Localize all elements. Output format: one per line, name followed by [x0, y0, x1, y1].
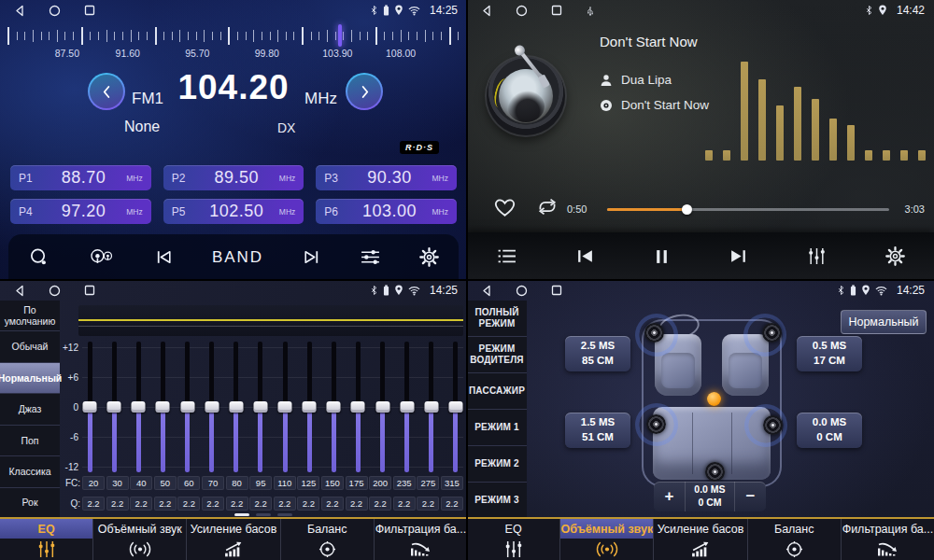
- eq-band-slider[interactable]: [253, 342, 268, 472]
- eq-preset-item[interactable]: Джаз: [0, 394, 60, 425]
- eq-band-slider[interactable]: [326, 342, 341, 472]
- audio-tab-0[interactable]: EQ: [467, 519, 560, 560]
- back-button-icon[interactable]: [14, 285, 25, 297]
- eq-slider-handle[interactable]: [400, 401, 414, 413]
- eq-band-slider[interactable]: [350, 342, 365, 472]
- radio-preset-button-p5[interactable]: P5102.50MHz: [163, 199, 304, 224]
- eq-slider-handle[interactable]: [327, 401, 341, 413]
- audio-tab-2[interactable]: Усиление басов: [654, 519, 747, 560]
- home-button-icon[interactable]: [516, 5, 528, 17]
- audio-tab-2[interactable]: Усиление басов: [187, 519, 280, 560]
- pause-icon[interactable]: [654, 248, 670, 265]
- radio-preset-button-p6[interactable]: P6103.00MHz: [316, 199, 457, 224]
- eq-band-slider[interactable]: [277, 342, 292, 472]
- audio-tab-1[interactable]: Объёмный звук: [560, 519, 654, 560]
- eq-slider-handle[interactable]: [107, 401, 121, 413]
- recents-button-icon[interactable]: [551, 5, 562, 16]
- eq-slider-handle[interactable]: [83, 401, 97, 413]
- eq-band-slider[interactable]: [400, 342, 415, 472]
- eq-preset-item[interactable]: Обычай: [0, 331, 60, 362]
- eq-preset-item[interactable]: По умолчанию: [0, 301, 60, 331]
- radio-preset-button-p1[interactable]: P188.70MHz: [10, 165, 151, 190]
- eq-slider-handle[interactable]: [180, 401, 194, 413]
- eq-slider-handle[interactable]: [156, 401, 170, 413]
- eq-preset-item[interactable]: Рок: [0, 488, 60, 519]
- eq-band-slider[interactable]: [155, 342, 170, 472]
- eq-band-slider[interactable]: [448, 342, 463, 472]
- eq-page-dash[interactable]: [277, 513, 292, 516]
- eq-band-slider[interactable]: [375, 342, 390, 472]
- eq-band-slider[interactable]: [106, 342, 121, 472]
- eq-slider-handle[interactable]: [424, 401, 438, 413]
- back-button-icon[interactable]: [481, 5, 492, 17]
- delay-front-left-button[interactable]: 2.5 MS 85 CM: [565, 336, 630, 371]
- eq-preset-item[interactable]: Поп: [0, 426, 60, 456]
- eq-slider-handle[interactable]: [448, 401, 462, 413]
- sound-mode-item[interactable]: ПОЛНЫЙ РЕЖИМ: [467, 301, 527, 337]
- eq-band-slider[interactable]: [229, 342, 244, 472]
- delay-rear-right-button[interactable]: 0.0 MS 0 CM: [797, 413, 862, 448]
- settings-gear-icon[interactable]: [419, 247, 439, 267]
- eq-band-slider[interactable]: [131, 342, 146, 472]
- sound-preset-button[interactable]: Нормальный: [841, 310, 927, 334]
- eq-slider-handle[interactable]: [229, 401, 243, 413]
- eq-band-slider[interactable]: [205, 342, 219, 472]
- eq-slider-handle[interactable]: [351, 401, 365, 413]
- delay-rear-left-button[interactable]: 1.5 MS 51 CM: [565, 413, 630, 448]
- audio-tab-4[interactable]: Фильтрация ба...: [842, 519, 934, 560]
- eq-preset-item[interactable]: Нормальный: [0, 363, 60, 394]
- eq-slider-handle[interactable]: [375, 401, 389, 413]
- eq-slider-handle[interactable]: [278, 401, 292, 413]
- delay-front-right-button[interactable]: 0.5 MS 17 CM: [797, 336, 862, 371]
- listening-position-dot[interactable]: [707, 392, 721, 406]
- eq-slider-handle[interactable]: [253, 401, 267, 413]
- eq-slider-handle[interactable]: [132, 401, 146, 413]
- band-button[interactable]: BAND: [212, 248, 263, 267]
- eq-band-slider[interactable]: [302, 342, 317, 472]
- recents-button-icon[interactable]: [84, 285, 95, 296]
- audio-tab-3[interactable]: Баланс: [748, 519, 842, 560]
- eq-band-slider[interactable]: [82, 342, 97, 472]
- sound-mode-item[interactable]: РЕЖИМ 2: [467, 446, 527, 483]
- home-button-icon[interactable]: [49, 285, 61, 297]
- home-button-icon[interactable]: [49, 5, 61, 17]
- previous-track-icon[interactable]: [575, 248, 595, 264]
- eq-band-slider[interactable]: [424, 342, 439, 472]
- seek-bar[interactable]: [607, 208, 889, 211]
- eq-page-dash[interactable]: [234, 513, 249, 516]
- favorite-heart-icon[interactable]: [494, 198, 516, 217]
- back-button-icon[interactable]: [14, 5, 25, 17]
- equalizer-icon[interactable]: [807, 247, 827, 265]
- eq-band-slider[interactable]: [180, 342, 195, 472]
- delay-increase-button[interactable]: +: [654, 482, 685, 511]
- eq-slider-handle[interactable]: [205, 401, 219, 413]
- seek-bar-knob[interactable]: [682, 204, 692, 215]
- back-button-icon[interactable]: [481, 285, 492, 297]
- audio-tab-1[interactable]: Объёмный звук: [93, 519, 187, 560]
- scan-icon[interactable]: [28, 246, 50, 268]
- radio-preset-button-p3[interactable]: P390.30MHz: [316, 165, 457, 190]
- sound-mode-item[interactable]: РЕЖИМ ВОДИТЕЛЯ: [467, 337, 527, 373]
- next-station-icon[interactable]: [302, 249, 321, 265]
- sound-mode-item[interactable]: РЕЖИМ 1: [467, 410, 527, 446]
- audio-tab-0[interactable]: EQ: [0, 519, 93, 560]
- audio-settings-icon[interactable]: [360, 248, 381, 266]
- audio-tab-3[interactable]: Баланс: [281, 519, 375, 560]
- eq-page-dash[interactable]: [256, 513, 271, 516]
- recents-button-icon[interactable]: [551, 285, 562, 296]
- radio-preset-button-p4[interactable]: P497.20MHz: [10, 199, 151, 224]
- audio-tab-4[interactable]: Фильтрация ба...: [375, 519, 467, 560]
- repeat-icon[interactable]: [535, 197, 559, 217]
- home-button-icon[interactable]: [516, 285, 528, 297]
- delay-decrease-button[interactable]: −: [735, 482, 766, 511]
- eq-slider-handle[interactable]: [303, 401, 317, 413]
- recents-button-icon[interactable]: [84, 5, 95, 16]
- previous-station-icon[interactable]: [154, 249, 174, 265]
- playlist-icon[interactable]: [497, 248, 517, 264]
- eq-preset-item[interactable]: Классика: [0, 456, 60, 487]
- broadcast-icon[interactable]: [88, 247, 116, 268]
- settings-gear-icon[interactable]: [885, 246, 905, 266]
- sound-mode-item[interactable]: РЕЖИМ 3: [467, 483, 527, 519]
- radio-preset-button-p2[interactable]: P289.50MHz: [163, 165, 304, 190]
- sound-mode-item[interactable]: ПАССАЖИР: [467, 373, 527, 410]
